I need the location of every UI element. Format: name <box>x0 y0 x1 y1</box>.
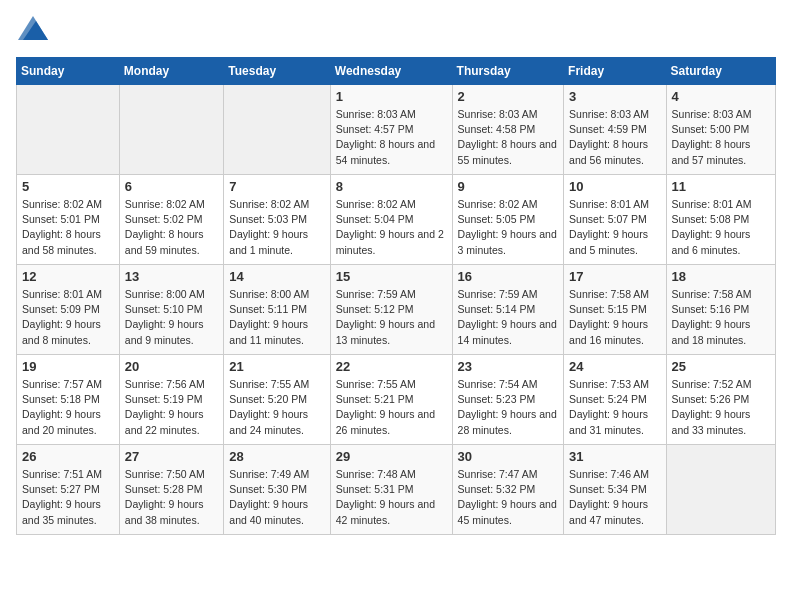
day-number: 28 <box>229 449 324 464</box>
calendar-cell <box>666 445 775 535</box>
calendar-cell: 21Sunrise: 7:55 AM Sunset: 5:20 PM Dayli… <box>224 355 330 445</box>
day-info: Sunrise: 7:58 AM Sunset: 5:16 PM Dayligh… <box>672 287 770 348</box>
calendar-cell: 27Sunrise: 7:50 AM Sunset: 5:28 PM Dayli… <box>119 445 223 535</box>
day-number: 11 <box>672 179 770 194</box>
day-number: 16 <box>458 269 559 284</box>
logo-icon <box>18 16 48 40</box>
day-number: 6 <box>125 179 218 194</box>
calendar-cell: 17Sunrise: 7:58 AM Sunset: 5:15 PM Dayli… <box>564 265 666 355</box>
calendar-cell: 19Sunrise: 7:57 AM Sunset: 5:18 PM Dayli… <box>17 355 120 445</box>
day-info: Sunrise: 8:02 AM Sunset: 5:04 PM Dayligh… <box>336 197 447 258</box>
day-number: 13 <box>125 269 218 284</box>
calendar-cell: 31Sunrise: 7:46 AM Sunset: 5:34 PM Dayli… <box>564 445 666 535</box>
day-number: 2 <box>458 89 559 104</box>
day-info: Sunrise: 7:58 AM Sunset: 5:15 PM Dayligh… <box>569 287 660 348</box>
day-number: 26 <box>22 449 114 464</box>
day-info: Sunrise: 8:00 AM Sunset: 5:10 PM Dayligh… <box>125 287 218 348</box>
day-info: Sunrise: 8:02 AM Sunset: 5:01 PM Dayligh… <box>22 197 114 258</box>
day-info: Sunrise: 7:49 AM Sunset: 5:30 PM Dayligh… <box>229 467 324 528</box>
calendar-cell: 8Sunrise: 8:02 AM Sunset: 5:04 PM Daylig… <box>330 175 452 265</box>
calendar-cell: 7Sunrise: 8:02 AM Sunset: 5:03 PM Daylig… <box>224 175 330 265</box>
day-info: Sunrise: 7:57 AM Sunset: 5:18 PM Dayligh… <box>22 377 114 438</box>
day-info: Sunrise: 7:56 AM Sunset: 5:19 PM Dayligh… <box>125 377 218 438</box>
day-of-week-header: Thursday <box>452 58 564 85</box>
day-number: 27 <box>125 449 218 464</box>
calendar-week-row: 19Sunrise: 7:57 AM Sunset: 5:18 PM Dayli… <box>17 355 776 445</box>
calendar-cell: 2Sunrise: 8:03 AM Sunset: 4:58 PM Daylig… <box>452 85 564 175</box>
day-info: Sunrise: 8:01 AM Sunset: 5:09 PM Dayligh… <box>22 287 114 348</box>
day-of-week-header: Wednesday <box>330 58 452 85</box>
day-info: Sunrise: 8:03 AM Sunset: 4:58 PM Dayligh… <box>458 107 559 168</box>
day-of-week-header: Friday <box>564 58 666 85</box>
calendar-cell: 11Sunrise: 8:01 AM Sunset: 5:08 PM Dayli… <box>666 175 775 265</box>
day-number: 23 <box>458 359 559 374</box>
day-info: Sunrise: 7:52 AM Sunset: 5:26 PM Dayligh… <box>672 377 770 438</box>
calendar-cell: 12Sunrise: 8:01 AM Sunset: 5:09 PM Dayli… <box>17 265 120 355</box>
day-info: Sunrise: 7:54 AM Sunset: 5:23 PM Dayligh… <box>458 377 559 438</box>
day-number: 24 <box>569 359 660 374</box>
day-number: 17 <box>569 269 660 284</box>
logo-text <box>16 16 48 45</box>
day-number: 25 <box>672 359 770 374</box>
calendar-cell <box>17 85 120 175</box>
calendar-cell: 4Sunrise: 8:03 AM Sunset: 5:00 PM Daylig… <box>666 85 775 175</box>
day-number: 12 <box>22 269 114 284</box>
day-info: Sunrise: 7:59 AM Sunset: 5:12 PM Dayligh… <box>336 287 447 348</box>
day-of-week-header: Sunday <box>17 58 120 85</box>
calendar-week-row: 1Sunrise: 8:03 AM Sunset: 4:57 PM Daylig… <box>17 85 776 175</box>
day-number: 15 <box>336 269 447 284</box>
day-number: 3 <box>569 89 660 104</box>
calendar-cell: 1Sunrise: 8:03 AM Sunset: 4:57 PM Daylig… <box>330 85 452 175</box>
day-info: Sunrise: 7:46 AM Sunset: 5:34 PM Dayligh… <box>569 467 660 528</box>
calendar-header-row: SundayMondayTuesdayWednesdayThursdayFrid… <box>17 58 776 85</box>
day-info: Sunrise: 8:00 AM Sunset: 5:11 PM Dayligh… <box>229 287 324 348</box>
calendar-cell: 9Sunrise: 8:02 AM Sunset: 5:05 PM Daylig… <box>452 175 564 265</box>
day-info: Sunrise: 8:02 AM Sunset: 5:05 PM Dayligh… <box>458 197 559 258</box>
calendar-cell <box>224 85 330 175</box>
logo <box>16 16 48 45</box>
calendar-body: 1Sunrise: 8:03 AM Sunset: 4:57 PM Daylig… <box>17 85 776 535</box>
calendar-cell: 24Sunrise: 7:53 AM Sunset: 5:24 PM Dayli… <box>564 355 666 445</box>
day-info: Sunrise: 8:02 AM Sunset: 5:03 PM Dayligh… <box>229 197 324 258</box>
day-of-week-header: Monday <box>119 58 223 85</box>
day-info: Sunrise: 7:50 AM Sunset: 5:28 PM Dayligh… <box>125 467 218 528</box>
calendar-cell: 5Sunrise: 8:02 AM Sunset: 5:01 PM Daylig… <box>17 175 120 265</box>
day-number: 4 <box>672 89 770 104</box>
calendar-week-row: 5Sunrise: 8:02 AM Sunset: 5:01 PM Daylig… <box>17 175 776 265</box>
page-header <box>16 16 776 45</box>
day-number: 18 <box>672 269 770 284</box>
day-number: 9 <box>458 179 559 194</box>
day-info: Sunrise: 8:03 AM Sunset: 4:57 PM Dayligh… <box>336 107 447 168</box>
calendar-cell: 6Sunrise: 8:02 AM Sunset: 5:02 PM Daylig… <box>119 175 223 265</box>
day-number: 5 <box>22 179 114 194</box>
day-number: 10 <box>569 179 660 194</box>
day-info: Sunrise: 7:51 AM Sunset: 5:27 PM Dayligh… <box>22 467 114 528</box>
day-number: 1 <box>336 89 447 104</box>
day-info: Sunrise: 8:03 AM Sunset: 5:00 PM Dayligh… <box>672 107 770 168</box>
day-number: 20 <box>125 359 218 374</box>
day-number: 31 <box>569 449 660 464</box>
day-info: Sunrise: 7:55 AM Sunset: 5:21 PM Dayligh… <box>336 377 447 438</box>
calendar-week-row: 12Sunrise: 8:01 AM Sunset: 5:09 PM Dayli… <box>17 265 776 355</box>
day-info: Sunrise: 7:53 AM Sunset: 5:24 PM Dayligh… <box>569 377 660 438</box>
day-number: 21 <box>229 359 324 374</box>
calendar-cell: 18Sunrise: 7:58 AM Sunset: 5:16 PM Dayli… <box>666 265 775 355</box>
calendar-cell: 13Sunrise: 8:00 AM Sunset: 5:10 PM Dayli… <box>119 265 223 355</box>
calendar-cell: 15Sunrise: 7:59 AM Sunset: 5:12 PM Dayli… <box>330 265 452 355</box>
calendar-cell: 10Sunrise: 8:01 AM Sunset: 5:07 PM Dayli… <box>564 175 666 265</box>
day-number: 22 <box>336 359 447 374</box>
day-info: Sunrise: 8:02 AM Sunset: 5:02 PM Dayligh… <box>125 197 218 258</box>
day-info: Sunrise: 8:01 AM Sunset: 5:08 PM Dayligh… <box>672 197 770 258</box>
day-of-week-header: Tuesday <box>224 58 330 85</box>
day-number: 29 <box>336 449 447 464</box>
day-info: Sunrise: 7:48 AM Sunset: 5:31 PM Dayligh… <box>336 467 447 528</box>
day-info: Sunrise: 7:59 AM Sunset: 5:14 PM Dayligh… <box>458 287 559 348</box>
calendar-cell: 20Sunrise: 7:56 AM Sunset: 5:19 PM Dayli… <box>119 355 223 445</box>
calendar-cell: 26Sunrise: 7:51 AM Sunset: 5:27 PM Dayli… <box>17 445 120 535</box>
day-number: 8 <box>336 179 447 194</box>
calendar-cell <box>119 85 223 175</box>
day-number: 19 <box>22 359 114 374</box>
calendar-cell: 22Sunrise: 7:55 AM Sunset: 5:21 PM Dayli… <box>330 355 452 445</box>
calendar-week-row: 26Sunrise: 7:51 AM Sunset: 5:27 PM Dayli… <box>17 445 776 535</box>
day-of-week-header: Saturday <box>666 58 775 85</box>
